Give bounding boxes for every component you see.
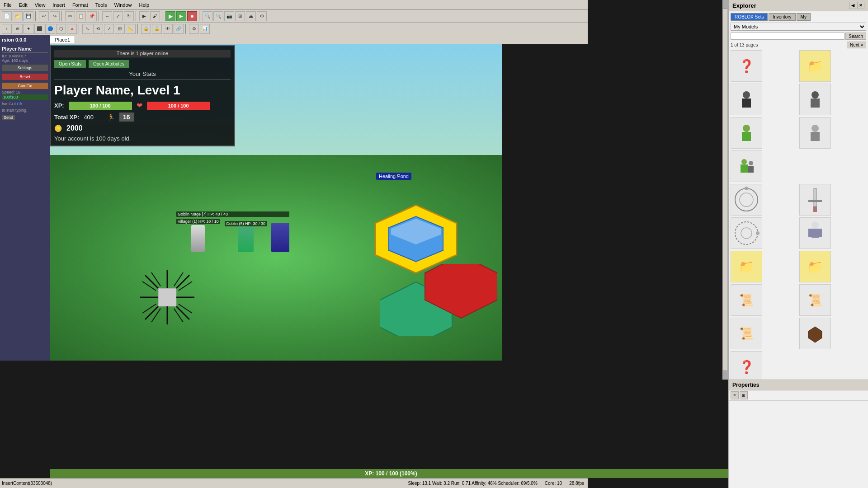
- model-thumb-scroll1[interactable]: 📜: [731, 284, 762, 316]
- menu-format[interactable]: Format: [69, 1, 92, 9]
- model-thumb-7[interactable]: [731, 150, 762, 182]
- svg-line-11: [142, 282, 156, 291]
- model-thumb-figure1[interactable]: [799, 217, 831, 249]
- tb-new[interactable]: 📄: [2, 11, 12, 21]
- tab-inventory[interactable]: Inventory: [769, 13, 795, 21]
- tb-undo[interactable]: ↩: [39, 11, 49, 21]
- model-thumb-1[interactable]: ❓: [731, 50, 762, 82]
- tab-my[interactable]: My: [797, 13, 811, 21]
- menu-window[interactable]: Window: [110, 1, 135, 9]
- next-page-btn[interactable]: Next »: [847, 42, 866, 48]
- tab-roblox-sets[interactable]: ROBLOX Sets: [731, 13, 768, 21]
- tb2-11[interactable]: ⊞: [115, 24, 125, 34]
- tb-rotate[interactable]: ↻: [124, 11, 134, 21]
- tb-scale[interactable]: ⤢: [113, 11, 123, 21]
- model-thumb-6[interactable]: [799, 117, 831, 149]
- menu-tools[interactable]: Tools: [92, 1, 111, 9]
- level-value: 16: [119, 113, 134, 122]
- tb-copy[interactable]: 📋: [76, 11, 86, 21]
- tb-open[interactable]: 📂: [13, 11, 23, 21]
- svg-point-30: [741, 159, 747, 164]
- model-thumb-brown-block[interactable]: [799, 318, 831, 349]
- toolbar2-sep1: [79, 24, 80, 34]
- tb-cut[interactable]: ✂: [65, 11, 75, 21]
- svg-line-8: [145, 306, 158, 319]
- search-button[interactable]: Search: [845, 33, 866, 40]
- model-thumb-4[interactable]: [799, 84, 831, 115]
- lp-reset-btn[interactable]: Reset: [2, 74, 48, 80]
- tb2-8[interactable]: ⤡: [82, 24, 92, 34]
- tb2-6[interactable]: ⬡: [56, 24, 66, 34]
- tb-paste[interactable]: 📌: [87, 11, 97, 21]
- menu-edit[interactable]: Edit: [15, 1, 31, 9]
- tb-redo[interactable]: ↪: [50, 11, 60, 21]
- tb2-15[interactable]: 👁: [163, 24, 173, 34]
- model-thumb-5[interactable]: [731, 117, 762, 149]
- search-input[interactable]: [731, 33, 844, 40]
- model-thumb-3[interactable]: [731, 84, 762, 115]
- play-here-button[interactable]: ▶: [176, 11, 186, 21]
- lp-chat-hint: to start typing.: [2, 108, 48, 113]
- model-thumb-folder2[interactable]: 📁: [799, 251, 831, 282]
- tb2-9[interactable]: ⟲: [93, 24, 103, 34]
- tb-select[interactable]: ▶: [139, 11, 149, 21]
- model-thumb-folder1[interactable]: 📁: [731, 251, 762, 282]
- lp-camfix-btn[interactable]: CamFix: [2, 83, 48, 89]
- tb-settings[interactable]: ⚙: [257, 11, 267, 21]
- tb-zoom-in[interactable]: 🔍: [203, 11, 212, 21]
- tb2-1[interactable]: ↕: [2, 24, 12, 34]
- open-stats-btn[interactable]: Open Stats: [54, 60, 86, 68]
- svg-line-5: [145, 275, 158, 288]
- tb-paint[interactable]: 🖌: [150, 11, 160, 21]
- tb-grid[interactable]: ⊞: [235, 11, 245, 21]
- tb2-3[interactable]: ✦: [24, 24, 33, 34]
- tb-terrain[interactable]: ⛰: [246, 11, 256, 21]
- models-select[interactable]: My Models: [731, 23, 866, 31]
- open-attributes-btn[interactable]: Open Attributes: [89, 60, 129, 68]
- model-thumb-scroll2[interactable]: 📜: [799, 284, 831, 316]
- right-scrollbar[interactable]: [722, 0, 728, 380]
- tb-move[interactable]: ↔: [102, 11, 112, 21]
- explorer-pin-btn[interactable]: ◀: [849, 2, 856, 9]
- menu-insert[interactable]: Insert: [49, 1, 69, 9]
- tb2-4[interactable]: ⬛: [34, 24, 44, 34]
- left-panel: Player Name ID: 10499017 Age: 100 days S…: [0, 44, 50, 361]
- stop-button[interactable]: ■: [187, 11, 197, 21]
- tb2-14[interactable]: 🔓: [152, 24, 162, 34]
- tb2-5[interactable]: 🔵: [45, 24, 55, 34]
- tab-place1[interactable]: Place1: [50, 36, 75, 43]
- svg-rect-31: [741, 164, 748, 173]
- lp-hp-bar: 100/100: [2, 94, 48, 100]
- tb2-17[interactable]: ⚙: [189, 24, 199, 34]
- tb2-7[interactable]: 🔺: [67, 24, 77, 34]
- pp-grid-btn[interactable]: ⊞: [740, 391, 748, 399]
- models-section: ROBLOX Sets Inventory My My Models Searc…: [729, 11, 868, 387]
- pp-sort-btn[interactable]: ≡: [731, 391, 739, 399]
- menu-file[interactable]: File: [0, 1, 15, 9]
- svg-point-36: [745, 187, 748, 190]
- tb2-13[interactable]: 🔒: [141, 24, 151, 34]
- explorer-close-btn[interactable]: ✕: [857, 2, 864, 9]
- menu-view[interactable]: View: [31, 1, 49, 9]
- tb2-16[interactable]: 🔗: [174, 24, 184, 34]
- model-thumb-2[interactable]: 📁: [799, 50, 831, 82]
- lp-send-btn[interactable]: Send: [2, 115, 15, 120]
- model-thumb-scroll3[interactable]: 📜: [731, 318, 762, 349]
- model-thumb-sword1[interactable]: [799, 184, 831, 216]
- tb-save[interactable]: 💾: [24, 11, 33, 21]
- tb2-2[interactable]: ⊕: [13, 24, 23, 34]
- play-button[interactable]: ▶: [165, 11, 175, 21]
- tb-camera[interactable]: 📷: [224, 11, 234, 21]
- folder2-icon: 📁: [807, 259, 823, 274]
- model-thumb-orbit2[interactable]: [731, 217, 762, 249]
- svg-line-15: [151, 309, 160, 322]
- tb-zoom-out[interactable]: 🔍: [213, 11, 223, 21]
- lp-settings-btn[interactable]: Settings: [2, 65, 48, 71]
- menu-help[interactable]: Help: [136, 1, 153, 9]
- version-label: rsion 0.0.0: [0, 35, 50, 44]
- tb2-18[interactable]: 📊: [200, 24, 210, 34]
- model-thumb-orbit1[interactable]: [731, 184, 762, 216]
- tb2-12[interactable]: 📐: [126, 24, 136, 34]
- model-thumb-question[interactable]: ❓: [731, 351, 762, 383]
- tb2-10[interactable]: ↗: [104, 24, 114, 34]
